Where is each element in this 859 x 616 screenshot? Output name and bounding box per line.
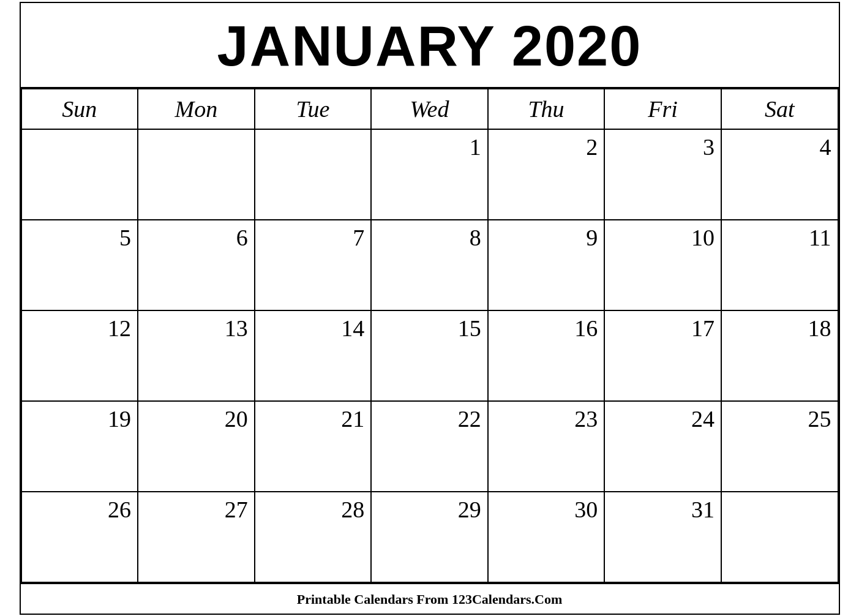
calendar-day-8: 8 — [371, 220, 488, 310]
calendar-week-row: 1234 — [21, 129, 838, 220]
calendar-footer: Printable Calendars From 123Calendars.Co… — [21, 583, 839, 614]
weekday-header-sat: Sat — [721, 89, 838, 129]
calendar-day-2: 2 — [488, 129, 605, 220]
weekday-header-sun: Sun — [21, 89, 138, 129]
calendar-day-3: 3 — [604, 129, 721, 220]
calendar-day-31: 31 — [604, 492, 721, 582]
calendar-day-6: 6 — [138, 220, 255, 310]
calendar-day-empty — [138, 129, 255, 220]
weekday-header-wed: Wed — [371, 89, 488, 129]
calendar-day-26: 26 — [21, 492, 138, 582]
calendar-day-5: 5 — [21, 220, 138, 310]
weekday-header-mon: Mon — [138, 89, 255, 129]
weekday-header-thu: Thu — [488, 89, 605, 129]
calendar-day-1: 1 — [371, 129, 488, 220]
calendar-day-28: 28 — [255, 492, 372, 582]
calendar-day-19: 19 — [21, 401, 138, 492]
calendar-grid: SunMonTueWedThuFriSat 123456789101112131… — [21, 88, 839, 583]
calendar-day-17: 17 — [604, 310, 721, 401]
calendar-day-10: 10 — [604, 220, 721, 310]
calendar-container: JANUARY 2020 SunMonTueWedThuFriSat 12345… — [20, 2, 840, 615]
calendar-day-30: 30 — [488, 492, 605, 582]
footer-text: Printable Calendars From — [297, 592, 452, 607]
calendar-day-23: 23 — [488, 401, 605, 492]
calendar-week-row: 12131415161718 — [21, 310, 838, 401]
calendar-title: JANUARY 2020 — [21, 3, 839, 88]
footer-brand: 123Calendars.Com — [452, 592, 562, 607]
weekday-header-row: SunMonTueWedThuFriSat — [21, 89, 838, 129]
calendar-day-13: 13 — [138, 310, 255, 401]
calendar-day-24: 24 — [604, 401, 721, 492]
calendar-day-14: 14 — [255, 310, 372, 401]
calendar-day-16: 16 — [488, 310, 605, 401]
calendar-day-empty — [21, 129, 138, 220]
calendar-day-22: 22 — [371, 401, 488, 492]
calendar-day-25: 25 — [721, 401, 838, 492]
weekday-header-fri: Fri — [604, 89, 721, 129]
calendar-day-11: 11 — [721, 220, 838, 310]
calendar-day-12: 12 — [21, 310, 138, 401]
calendar-day-4: 4 — [721, 129, 838, 220]
calendar-week-row: 567891011 — [21, 220, 838, 310]
calendar-day-9: 9 — [488, 220, 605, 310]
calendar-day-7: 7 — [255, 220, 372, 310]
weekday-header-tue: Tue — [255, 89, 372, 129]
calendar-day-18: 18 — [721, 310, 838, 401]
calendar-day-29: 29 — [371, 492, 488, 582]
calendar-day-empty — [721, 492, 838, 582]
calendar-day-empty — [255, 129, 372, 220]
calendar-week-row: 19202122232425 — [21, 401, 838, 492]
calendar-day-15: 15 — [371, 310, 488, 401]
calendar-day-20: 20 — [138, 401, 255, 492]
calendar-day-27: 27 — [138, 492, 255, 582]
calendar-week-row: 262728293031 — [21, 492, 838, 582]
calendar-day-21: 21 — [255, 401, 372, 492]
